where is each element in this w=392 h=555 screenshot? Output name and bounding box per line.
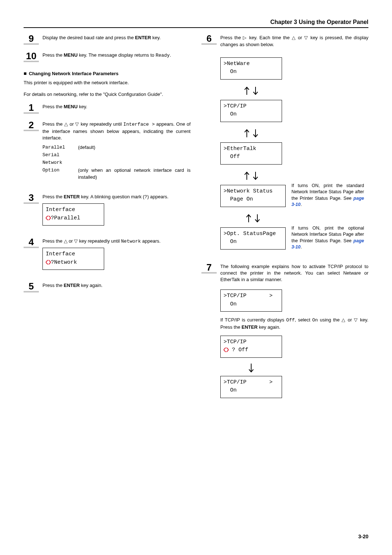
page-number: 3-20 <box>358 533 368 540</box>
svg-line-1 <box>46 218 48 220</box>
step-4: 4 Press the △ or ▽ key repeatedly until … <box>24 237 191 275</box>
arrow-up-down-icon <box>220 171 282 181</box>
step-number-3: 3 <box>24 193 39 204</box>
interface-list: Parallel(default) Serial Network Option(… <box>42 144 191 181</box>
lcd-box-tcpip-on: >TCP/IP > On <box>220 376 282 398</box>
step7-text: The following example explains how to ac… <box>220 264 368 282</box>
enter-key: ENTER <box>64 194 80 199</box>
interface-text: Interface > <box>123 122 155 127</box>
enter-key: ENTER <box>64 283 80 288</box>
intro-paragraph-2: For details on networking, refer to the … <box>24 91 191 98</box>
step6-text: Press the ▷ key. Each time the △ or ▽ ke… <box>220 35 368 47</box>
step-2: 2 Press the △ or ▽ key repeatedly until … <box>24 120 191 186</box>
note-opt-status: If turns ON, print the optional Network … <box>291 224 364 251</box>
svg-line-6 <box>49 260 51 262</box>
step9-text: Display the desired baud rate and press … <box>42 35 135 40</box>
step-number-7: 7 <box>201 263 217 274</box>
arrow-down-icon <box>220 363 282 373</box>
step-5: 5 Press the ENTER key again. <box>24 281 191 292</box>
right-column: 6 Press the ▷ key. Each time the △ or ▽ … <box>201 34 368 403</box>
svg-line-2 <box>49 216 51 218</box>
arrow-up-down-icon <box>220 214 286 223</box>
step-number-2: 2 <box>24 120 39 131</box>
iface-network: Network <box>42 159 72 166</box>
intro-paragraph-1: This printer is equipped with the networ… <box>24 80 191 86</box>
step-9: 9 Display the desired baud rate and pres… <box>24 34 191 45</box>
blink-cursor-icon <box>46 260 51 265</box>
lcd-box-parallel: Interface ?Parallel <box>42 203 104 226</box>
lcd-box-tcpip: >TCP/IP On <box>220 100 282 122</box>
chapter-title: Chapter 3 Using the Operator Panel <box>270 19 368 25</box>
svg-line-17 <box>224 350 226 352</box>
iface-serial: Serial <box>42 152 72 158</box>
svg-line-16 <box>224 348 226 350</box>
section-heading: Changing Network Interface Parameters <box>24 70 191 77</box>
lcd-box-netware: >NetWare On <box>220 57 282 80</box>
lcd-box-tcpip-select: >TCP/IP > On <box>220 289 282 312</box>
arrow-up-down-icon <box>220 129 282 138</box>
step-number-4: 4 <box>24 237 39 248</box>
step-number-9: 9 <box>24 34 39 45</box>
menu-key: MENU <box>64 104 78 109</box>
iface-parallel: Parallel <box>42 144 72 151</box>
step-6: 6 Press the ▷ key. Each time the △ or ▽ … <box>201 34 368 48</box>
step-number-1: 1 <box>24 103 39 114</box>
tcpip-note: If TCP/IP is currently displays Off, sel… <box>220 317 368 330</box>
lcd-box-network: Interface ?Network <box>42 248 104 270</box>
lcd-box-tcpip-off: >TCP/IP ? Off <box>220 336 282 358</box>
svg-line-4 <box>46 260 48 262</box>
ready-text: Ready <box>156 53 170 58</box>
blink-cursor-icon <box>46 215 51 220</box>
step-number-6: 6 <box>201 34 217 45</box>
page-header: Chapter 3 Using the Operator Panel <box>24 18 368 28</box>
step-3: 3 Press the ENTER key. A blinking questi… <box>24 193 191 231</box>
enter-key: ENTER <box>135 35 151 40</box>
step10-text: Press the <box>42 52 64 58</box>
svg-line-0 <box>46 216 48 218</box>
step-number-5: 5 <box>24 281 39 292</box>
step-number-10: 10 <box>24 51 39 62</box>
svg-line-3 <box>49 218 51 220</box>
enter-key: ENTER <box>242 324 258 330</box>
arrow-up-down-icon <box>220 86 282 96</box>
svg-line-7 <box>49 262 51 264</box>
left-column: 9 Display the desired baud rate and pres… <box>24 34 191 403</box>
lcd-box-opt-status: >Opt. StatusPage On <box>220 227 286 250</box>
svg-line-5 <box>46 262 48 264</box>
step-7: 7 The following example explains how to … <box>201 263 368 283</box>
lcd-box-network-status: >Network Status Page On <box>220 185 286 207</box>
iface-option: Option <box>42 167 72 180</box>
note-network-status: If turns ON, print the standard Network … <box>291 182 364 208</box>
blink-cursor-icon <box>224 347 229 352</box>
network-text: Network <box>121 239 141 244</box>
step-10: 10 Press the MENU key. The message displ… <box>24 51 191 62</box>
step-1: 1 Press the MENU key. <box>24 103 191 114</box>
lcd-box-ethertalk: >EtherTalk Off <box>220 142 282 165</box>
menu-key: MENU <box>64 52 78 58</box>
